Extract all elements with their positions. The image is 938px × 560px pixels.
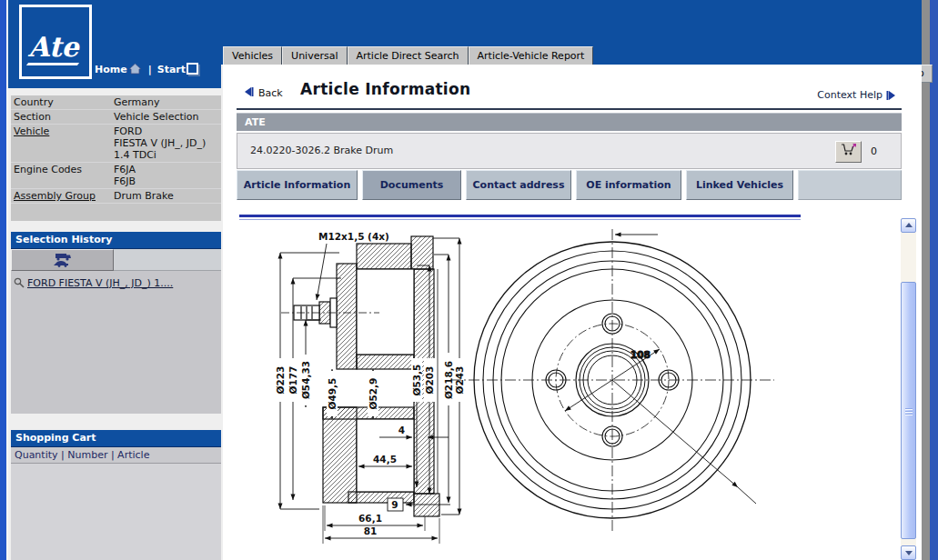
cart-quantity: 0 xyxy=(871,145,877,157)
vertical-scrollbar[interactable] xyxy=(901,218,916,560)
window-edge-left xyxy=(0,0,6,560)
home-start-separator: | xyxy=(148,64,152,75)
assembly-group-value: Drum Brake xyxy=(112,189,221,203)
vehicles-icon xyxy=(53,258,73,270)
dim-d203: Ø203 xyxy=(424,366,435,395)
page-title: Article Information xyxy=(300,80,470,98)
back-label: Back xyxy=(258,87,283,99)
assembly-group-link[interactable]: Assembly Group xyxy=(14,190,96,202)
home-link[interactable]: Home xyxy=(95,64,127,75)
cart-icon xyxy=(841,143,857,156)
ate-logo-text: Ate xyxy=(28,31,79,63)
main-nav-tabs: Vehicles Universal Article Direct Search… xyxy=(223,46,593,66)
engine-code-line2: F6JB xyxy=(114,175,219,187)
dim-outer-width: 81 xyxy=(364,525,378,536)
shopping-cart-title: Shopping Cart xyxy=(11,430,221,447)
context-help-icon xyxy=(886,91,896,100)
dim-wall: 4 xyxy=(398,425,405,435)
engine-code-line1: F6JA xyxy=(114,164,219,175)
tab-universal[interactable]: Universal xyxy=(282,46,347,66)
subtab-linked-vehicles[interactable]: Linked Vehicles xyxy=(686,170,793,200)
tab-vehicles[interactable]: Vehicles xyxy=(223,46,282,66)
dim-d53-5: Ø53,5 xyxy=(411,365,422,396)
scroll-down-button[interactable] xyxy=(901,545,916,560)
context-help-link[interactable]: Context Help xyxy=(817,89,896,101)
info-row-section: Section Vehicle Selection xyxy=(11,110,221,125)
dim-d49-5: Ø49,5 xyxy=(327,378,338,410)
dim-bolt-circle: 108 xyxy=(630,349,651,360)
main-content: Back Article Information Context Help AT… xyxy=(223,65,922,560)
dim-inner-width: 66,1 xyxy=(358,513,382,524)
shopping-cart-panel: Shopping Cart Quantity | Number | Articl… xyxy=(11,430,221,560)
selection-history-link[interactable]: FORD FIESTA V (JH_, JD_) 1.... xyxy=(27,277,173,289)
dim-foot: 9 xyxy=(391,499,398,510)
article-title: 24.0220-3026.2 Brake Drum xyxy=(250,145,393,156)
ate-logo: Ate xyxy=(19,5,92,79)
engine-codes-value: F6JA F6JB xyxy=(112,163,221,188)
add-to-cart-button[interactable] xyxy=(835,141,862,163)
dim-d52-9: Ø52,9 xyxy=(368,378,378,410)
info-row-country: Country Germany xyxy=(11,95,221,110)
vehicle-info-panel: Country Germany Section Vehicle Selectio… xyxy=(11,95,221,221)
home-start-links: Home|Start xyxy=(95,63,198,77)
back-button[interactable]: Back xyxy=(239,87,283,99)
logo-block: Ate Home|Start xyxy=(8,0,221,88)
context-help-label: Context Help xyxy=(817,89,883,101)
engine-codes-label: Engine Codes xyxy=(11,163,112,188)
dim-d54-33: Ø54,33 xyxy=(300,361,311,399)
vehicle-value: FORD FIESTA V (JH_, JD_) 1.4 TDCi xyxy=(112,125,221,162)
document-viewer: M12x1,5 (4x) xyxy=(268,225,794,555)
subtab-documents[interactable]: Documents xyxy=(362,170,461,200)
info-row-vehicle: Vehicle FORD FIESTA V (JH_, JD_) 1.4 TDC… xyxy=(11,125,221,163)
magnifier-icon xyxy=(14,277,27,289)
title-divider xyxy=(237,108,902,110)
scroll-up-button[interactable] xyxy=(901,218,916,233)
vehicle-value-line2: FIESTA V (JH_, JD_) xyxy=(114,137,219,149)
dim-depth: 44,5 xyxy=(373,454,397,465)
tab-article-direct-search[interactable]: Article Direct Search xyxy=(348,46,469,66)
ate-logo-swoosh xyxy=(26,63,79,65)
dim-d177: Ø177 xyxy=(287,366,298,395)
country-value: Germany xyxy=(112,95,221,109)
vehicle-history-button[interactable] xyxy=(11,249,114,271)
content-divider xyxy=(239,215,801,220)
window-edge-right-blue xyxy=(930,0,938,560)
selection-history-toolbar-spacer xyxy=(114,249,221,271)
article-subtabs: Article Information Documents Contact ad… xyxy=(237,170,902,200)
start-icon xyxy=(187,63,198,75)
brand-label: ATE xyxy=(245,116,266,128)
shopping-cart-columns: Quantity | Number | Article xyxy=(11,447,221,464)
subtab-filler xyxy=(798,170,902,200)
section-label: Section xyxy=(11,110,112,124)
scrollbar-grip xyxy=(905,408,913,415)
scroll-down-icon xyxy=(905,551,913,555)
back-icon xyxy=(244,87,254,99)
selection-history-panel: Selection History FORD FIESTA V (JH_, JD… xyxy=(11,232,221,414)
info-row-assembly-group: Assembly Group Drum Brake xyxy=(11,189,221,204)
vehicle-link[interactable]: Vehicle xyxy=(14,125,49,137)
scrollbar-thumb[interactable] xyxy=(901,282,916,539)
thread-label: M12x1,5 (4x) xyxy=(318,231,389,242)
article-row: 24.0220-3026.2 Brake Drum 0 xyxy=(237,133,902,169)
info-row-engine-codes: Engine Codes F6JA F6JB xyxy=(11,163,221,189)
country-label: Country xyxy=(11,95,112,109)
start-link[interactable]: Start xyxy=(157,64,186,75)
article-name: Brake Drum xyxy=(333,145,393,156)
window-edge-right-gray xyxy=(922,0,930,560)
front-view: 108 xyxy=(450,229,774,533)
article-number: 24.0220-3026.2 xyxy=(250,145,330,156)
brand-bar: ATE xyxy=(237,113,902,131)
tab-article-vehicle-report[interactable]: Article-Vehicle Report xyxy=(469,46,594,66)
subtab-article-information[interactable]: Article Information xyxy=(237,170,358,200)
technical-drawing: M12x1,5 (4x) xyxy=(268,225,794,555)
dim-d223: Ø223 xyxy=(275,366,286,395)
selection-history-item: FORD FIESTA V (JH_, JD_) 1.... xyxy=(11,271,221,295)
subtab-contact-address[interactable]: Contact address xyxy=(466,170,571,200)
section-value: Vehicle Selection xyxy=(112,110,221,124)
vehicle-value-line3: 1.4 TDCi xyxy=(114,149,219,161)
home-icon xyxy=(129,64,141,77)
selection-history-title: Selection History xyxy=(11,232,221,249)
selection-history-toolbar xyxy=(11,249,221,271)
vehicle-value-line1: FORD xyxy=(114,125,219,137)
subtab-oe-information[interactable]: OE information xyxy=(576,170,681,200)
